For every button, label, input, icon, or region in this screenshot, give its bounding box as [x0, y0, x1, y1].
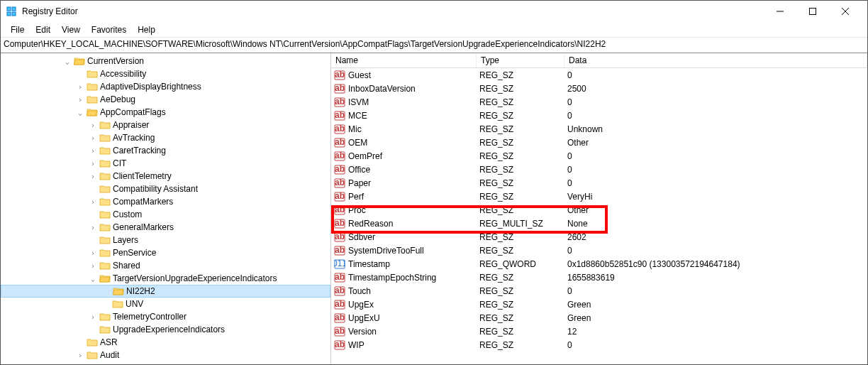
- tree-item[interactable]: ·Custom: [1, 208, 330, 221]
- chevron-right-icon[interactable]: ›: [89, 134, 97, 142]
- col-name[interactable]: Name: [331, 53, 477, 67]
- value-name: RedReason: [348, 219, 393, 229]
- value-type: REG_SZ: [477, 151, 564, 161]
- tree-label: AeDebug: [100, 94, 135, 104]
- address-bar[interactable]: Computer\HKEY_LOCAL_MACHINE\SOFTWARE\Mic…: [1, 38, 867, 53]
- chevron-right-icon[interactable]: ›: [89, 262, 97, 270]
- minimize-button[interactable]: [764, 1, 796, 22]
- value-data: Other: [564, 138, 867, 148]
- chevron-right-icon[interactable]: ›: [89, 160, 97, 168]
- tree-item[interactable]: ⌄AppCompatFlags: [1, 106, 330, 119]
- list-row[interactable]: abWIPREG_SZ0: [331, 338, 867, 352]
- tree-item[interactable]: ›Shared: [1, 259, 330, 272]
- chevron-right-icon[interactable]: ›: [89, 173, 97, 180]
- chevron-right-icon[interactable]: ›: [89, 224, 97, 231]
- list-row[interactable]: abGuestREG_SZ0: [331, 68, 867, 82]
- chevron-right-icon[interactable]: ›: [76, 83, 84, 91]
- list-row[interactable]: abRedReasonREG_MULTI_SZNone: [331, 217, 867, 230]
- value-data: Green: [564, 300, 867, 310]
- chevron-right-icon[interactable]: ›: [89, 121, 97, 129]
- tree-item[interactable]: ›AdaptiveDisplayBrightness: [1, 80, 330, 93]
- col-data[interactable]: Data: [564, 53, 867, 67]
- tree-item[interactable]: ›AeDebug: [1, 93, 330, 106]
- list-row[interactable]: abISVMREG_SZ0: [331, 95, 867, 109]
- col-type[interactable]: Type: [477, 53, 564, 67]
- tree-item[interactable]: ›AvTracking: [1, 131, 330, 144]
- list-row[interactable]: abSystemDriveTooFullREG_SZ0: [331, 244, 867, 257]
- list-row[interactable]: abOfficeREG_SZ0: [331, 163, 867, 176]
- chevron-right-icon[interactable]: ›: [89, 198, 97, 206]
- maximize-button[interactable]: [796, 1, 829, 22]
- list-row[interactable]: abInboxDataVersionREG_SZ2500: [331, 82, 867, 95]
- list-row[interactable]: abTimestampEpochStringREG_SZ1655883619: [331, 271, 867, 284]
- menu-view[interactable]: View: [56, 23, 86, 36]
- value-type: REG_SZ: [477, 205, 564, 215]
- svg-text:ab: ab: [335, 339, 345, 349]
- svg-rect-5: [810, 9, 816, 15]
- tree-label: CompatMarkers: [113, 197, 173, 207]
- tree-item[interactable]: ›PenService: [1, 246, 330, 259]
- chevron-right-icon[interactable]: ›: [89, 249, 97, 257]
- list-row[interactable]: abPerfREG_SZVeryHi: [331, 190, 867, 203]
- list-row[interactable]: abPaperREG_SZ0: [331, 176, 867, 190]
- menu-bar: File Edit View Favorites Help: [1, 22, 867, 38]
- chevron-down-icon[interactable]: ⌄: [76, 109, 84, 116]
- tree-item[interactable]: ›CIT: [1, 157, 330, 170]
- list-row[interactable]: 011TimestampREG_QWORD0x1d8860b52851c90 (…: [331, 257, 867, 271]
- tree-item[interactable]: ⌄CurrentVersion: [1, 55, 330, 67]
- tree-label: UpgradeExperienceIndicators: [113, 325, 225, 334]
- list-row[interactable]: abUpgExUREG_SZGreen: [331, 311, 867, 325]
- list-row[interactable]: abOEMREG_SZOther: [331, 136, 867, 149]
- menu-help[interactable]: Help: [132, 23, 161, 36]
- tree-item[interactable]: ·UNV: [1, 298, 330, 310]
- chevron-right-icon[interactable]: ›: [76, 352, 84, 359]
- chevron-right-icon[interactable]: ›: [89, 147, 97, 155]
- list-pane[interactable]: Name Type Data abGuestREG_SZ0abInboxData…: [331, 53, 867, 364]
- tree-item[interactable]: ›CompatMarkers: [1, 195, 330, 208]
- value-type: REG_SZ: [477, 84, 564, 94]
- svg-rect-1: [12, 7, 16, 11]
- tree-item[interactable]: ⌄TargetVersionUpgradeExperienceIndicator…: [1, 272, 330, 285]
- svg-text:ab: ab: [335, 245, 345, 255]
- tree-item[interactable]: ·Layers: [1, 234, 330, 246]
- chevron-down-icon[interactable]: ⌄: [63, 58, 72, 65]
- tree-label: Layers: [113, 235, 138, 245]
- tree-item[interactable]: ·UpgradeExperienceIndicators: [1, 323, 330, 336]
- menu-edit[interactable]: Edit: [30, 23, 56, 36]
- list-row[interactable]: abVersionREG_SZ12: [331, 325, 867, 338]
- value-data: 2500: [564, 84, 867, 94]
- tree-item[interactable]: ›GeneralMarkers: [1, 221, 330, 234]
- chevron-right-icon[interactable]: ›: [76, 96, 84, 104]
- menu-file[interactable]: File: [5, 23, 30, 36]
- tree-item[interactable]: ›CaretTracking: [1, 144, 330, 157]
- tree-item[interactable]: ›Appraiser: [1, 119, 330, 131]
- value-type: REG_SZ: [477, 124, 564, 134]
- close-button[interactable]: [829, 1, 862, 22]
- tree-item[interactable]: ·Compatibility Assistant: [1, 182, 330, 195]
- list-row[interactable]: abSdbverREG_SZ2602: [331, 230, 867, 244]
- list-row[interactable]: abOemPrefREG_SZ0: [331, 149, 867, 163]
- chevron-down-icon[interactable]: ⌄: [89, 275, 97, 283]
- value-type: REG_SZ: [477, 286, 564, 296]
- list-header[interactable]: Name Type Data: [331, 53, 867, 68]
- value-type: REG_SZ: [477, 313, 564, 323]
- menu-favorites[interactable]: Favorites: [86, 23, 132, 36]
- value-name: OEM: [348, 138, 367, 148]
- svg-text:ab: ab: [335, 218, 345, 228]
- tree-item[interactable]: ›TelemetryController: [1, 310, 330, 323]
- tree-item[interactable]: ·NI22H2: [1, 285, 330, 298]
- tree-label: AvTracking: [113, 133, 155, 143]
- value-name: SystemDriveTooFull: [348, 246, 424, 256]
- tree-item[interactable]: ›ClientTelemetry: [1, 170, 330, 182]
- tree-pane[interactable]: ⌄CurrentVersion·Accessibility›AdaptiveDi…: [1, 53, 331, 364]
- chevron-right-icon[interactable]: ›: [89, 313, 97, 321]
- list-row[interactable]: abMicREG_SZUnknown: [331, 122, 867, 136]
- tree-item[interactable]: ›Audit: [1, 349, 330, 361]
- list-row[interactable]: abMCEREG_SZ0: [331, 109, 867, 122]
- value-data: 12: [564, 327, 867, 337]
- list-row[interactable]: abTouchREG_SZ0: [331, 284, 867, 298]
- tree-item[interactable]: ·Accessibility: [1, 67, 330, 80]
- list-row[interactable]: abProcREG_SZOther: [331, 203, 867, 217]
- tree-item[interactable]: ·ASR: [1, 336, 330, 349]
- list-row[interactable]: abUpgExREG_SZGreen: [331, 298, 867, 311]
